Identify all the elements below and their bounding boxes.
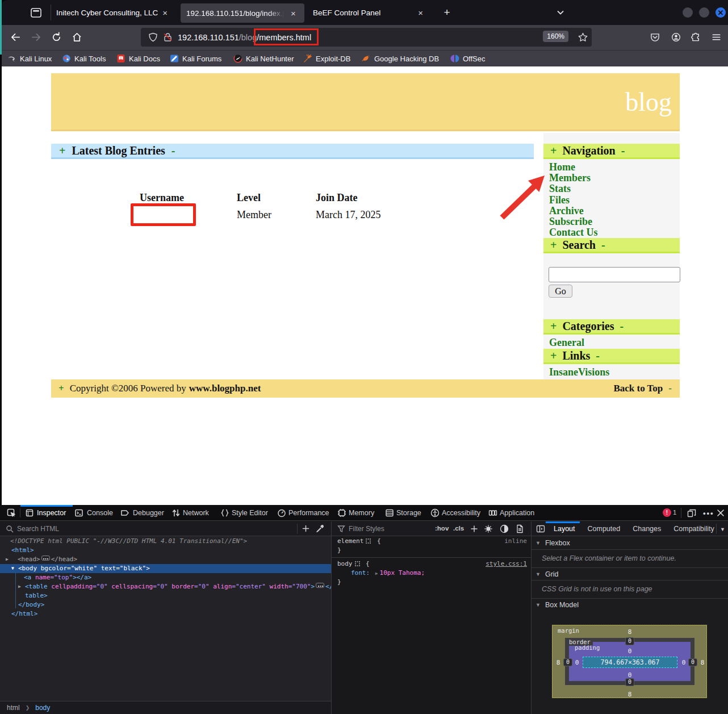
markup-row[interactable]: ▶<table cellpadding="0" cellspacing="0" … bbox=[0, 582, 331, 591]
nav-link-members[interactable]: Members bbox=[549, 173, 598, 183]
light-mode-icon[interactable] bbox=[484, 524, 493, 533]
dark-mode-icon[interactable] bbox=[500, 524, 509, 533]
devtools-tab-inspector[interactable]: Inspector bbox=[37, 509, 66, 517]
bookmark-offsec[interactable]: OffSec bbox=[450, 51, 486, 66]
border-top-value[interactable]: 0 bbox=[625, 637, 634, 645]
padding-right-value[interactable]: 0 bbox=[682, 659, 686, 666]
tab-close-icon[interactable]: × bbox=[291, 9, 296, 18]
nav-link-files[interactable]: Files bbox=[549, 195, 598, 206]
expand-icon[interactable]: + bbox=[550, 144, 557, 157]
list-all-tabs-icon[interactable] bbox=[556, 8, 565, 17]
bookmark-kali-docs[interactable]: Kali Docs bbox=[116, 51, 160, 66]
expand-icon[interactable]: + bbox=[58, 383, 64, 394]
window-minimize-button[interactable] bbox=[683, 7, 693, 18]
devtools-menu-icon[interactable]: ••• bbox=[703, 509, 714, 517]
home-button[interactable] bbox=[72, 32, 82, 43]
hamburger-menu-icon[interactable] bbox=[712, 32, 721, 42]
browser-tab-blog-active[interactable]: 192.168.110.151/blog/index.ph × bbox=[181, 3, 304, 23]
breadcrumb-html[interactable]: html bbox=[7, 704, 20, 712]
grid-section-header[interactable]: ▼ Grid bbox=[532, 567, 728, 581]
markup-row[interactable]: </html> bbox=[0, 609, 331, 619]
devtools-tab-network[interactable]: Network bbox=[183, 509, 209, 517]
account-icon[interactable] bbox=[671, 32, 681, 42]
browser-tab-beef[interactable]: BeEF Control Panel × bbox=[313, 0, 430, 25]
collapsed-children-ellipsis-icon[interactable] bbox=[316, 583, 324, 588]
devtools-tab-memory[interactable]: Memory bbox=[349, 509, 374, 517]
expand-icon[interactable]: + bbox=[59, 144, 65, 157]
pick-element-icon[interactable] bbox=[7, 508, 16, 517]
rule-close-brace[interactable]: } bbox=[332, 578, 531, 587]
browser-tab-initech[interactable]: Initech Cyber Consulting, LLC × bbox=[56, 0, 173, 25]
markup-row[interactable]: <!DOCTYPE html PUBLIC "-//W3C//DTD HTML … bbox=[0, 537, 331, 546]
tab-close-icon[interactable]: × bbox=[162, 8, 168, 18]
rule-element-selector[interactable]: element {inline bbox=[332, 537, 531, 546]
pseudo-class-button[interactable]: :hov bbox=[435, 525, 449, 532]
search-input[interactable] bbox=[549, 267, 680, 282]
search-go-button[interactable]: Go bbox=[549, 285, 572, 298]
markup-row[interactable]: ▶<head></head> bbox=[0, 555, 331, 564]
add-node-icon[interactable] bbox=[302, 524, 310, 533]
devtools-tab-style-editor[interactable]: Style Editor bbox=[232, 509, 268, 517]
margin-top-value[interactable]: 8 bbox=[628, 628, 632, 636]
add-rule-icon[interactable] bbox=[470, 524, 479, 533]
print-simulation-icon[interactable] bbox=[515, 524, 524, 533]
collapsed-children-ellipsis-icon[interactable] bbox=[41, 556, 50, 561]
box-model-section-header[interactable]: ▼ Box Model bbox=[532, 598, 728, 611]
class-toggle-button[interactable]: .cls bbox=[453, 525, 464, 532]
margin-right-value[interactable]: 8 bbox=[701, 659, 705, 666]
collapse-icon[interactable]: - bbox=[620, 320, 624, 333]
nav-link-stats[interactable]: Stats bbox=[549, 183, 598, 194]
pocket-icon[interactable] bbox=[650, 32, 660, 42]
devtools-close-icon[interactable] bbox=[716, 508, 725, 517]
category-link-general[interactable]: General bbox=[549, 337, 584, 348]
margin-left-value[interactable]: 8 bbox=[557, 659, 560, 666]
markup-row[interactable]: <html> bbox=[0, 546, 331, 555]
back-to-top-link[interactable]: Back to Top- bbox=[613, 383, 680, 394]
inspector-breadcrumbs[interactable]: html❯body bbox=[0, 701, 331, 714]
footer-site-link[interactable]: www.blogphp.net bbox=[189, 383, 261, 394]
tabs-overflow-caret-icon[interactable]: ▼ bbox=[720, 527, 725, 532]
nav-link-contact-us[interactable]: Contact Us bbox=[549, 227, 598, 238]
filter-styles-bar[interactable]: Filter Styles :hov .cls bbox=[332, 521, 531, 536]
breadcrumb-body[interactable]: body bbox=[35, 704, 50, 712]
expand-twisty-icon[interactable]: ▶ bbox=[18, 582, 21, 591]
flexbox-section-header[interactable]: ▼ Flexbox bbox=[532, 536, 728, 549]
html-tree[interactable]: <!DOCTYPE html PUBLIC "-//W3C//DTD HTML … bbox=[0, 537, 331, 701]
extensions-puzzle-icon[interactable] bbox=[691, 32, 701, 42]
tab-layout[interactable]: Layout bbox=[554, 525, 575, 533]
bookmark-kali-forums[interactable]: Kali Forums bbox=[170, 51, 221, 66]
border-right-value[interactable]: 0 bbox=[688, 658, 697, 666]
markup-row[interactable]: </body> bbox=[0, 600, 331, 609]
new-tab-button[interactable]: + bbox=[440, 6, 454, 19]
insecure-padlock-icon[interactable] bbox=[163, 32, 173, 42]
rule-body-selector[interactable]: body {style.css:1 bbox=[332, 559, 531, 569]
reload-button[interactable] bbox=[51, 32, 62, 43]
devtools-tab-performance[interactable]: Performance bbox=[288, 509, 329, 517]
expand-icon[interactable]: + bbox=[550, 239, 557, 252]
error-badge-icon[interactable]: ! bbox=[663, 508, 671, 517]
devtools-tab-debugger[interactable]: Debugger bbox=[133, 509, 164, 517]
padding-top-value[interactable]: 0 bbox=[628, 648, 632, 655]
expand-icon[interactable]: + bbox=[550, 349, 557, 362]
collapse-icon[interactable]: - bbox=[621, 144, 625, 157]
markup-row[interactable]: <a name="top"></a> bbox=[0, 573, 331, 582]
bookmark-google-hacking-db[interactable]: Google Hacking DB bbox=[362, 51, 439, 66]
rule-close-brace[interactable]: } bbox=[332, 546, 531, 555]
collapse-icon[interactable]: - bbox=[171, 144, 175, 157]
back-button[interactable] bbox=[10, 32, 21, 43]
zoom-level-badge[interactable]: 160% bbox=[543, 31, 568, 42]
search-html-bar[interactable]: Search HTML bbox=[0, 521, 331, 536]
responsive-design-mode-icon[interactable] bbox=[687, 508, 696, 517]
padding-bottom-value[interactable]: 0 bbox=[628, 671, 632, 679]
markup-row-selected[interactable]: ▼<body bgcolor="white" text="black"> bbox=[0, 564, 331, 573]
tab-compatibility[interactable]: Compatibility bbox=[673, 525, 714, 533]
border-bottom-value[interactable]: 0 bbox=[625, 678, 634, 686]
tab-changes[interactable]: Changes bbox=[633, 525, 661, 533]
rule-font-declaration[interactable]: font: ▶10px Tahoma; bbox=[332, 569, 531, 578]
bookmark-kali-linux[interactable]: Kali Linux bbox=[7, 51, 52, 66]
bookmark-kali-tools[interactable]: Kali Tools bbox=[62, 51, 106, 66]
collapse-twisty-icon[interactable]: ▼ bbox=[11, 564, 14, 573]
nav-link-home[interactable]: Home bbox=[549, 162, 598, 173]
url-bar[interactable]: 192.168.110.151/blog/members.html 160% bbox=[141, 28, 592, 47]
devtools-tab-application[interactable]: Application bbox=[500, 509, 534, 517]
